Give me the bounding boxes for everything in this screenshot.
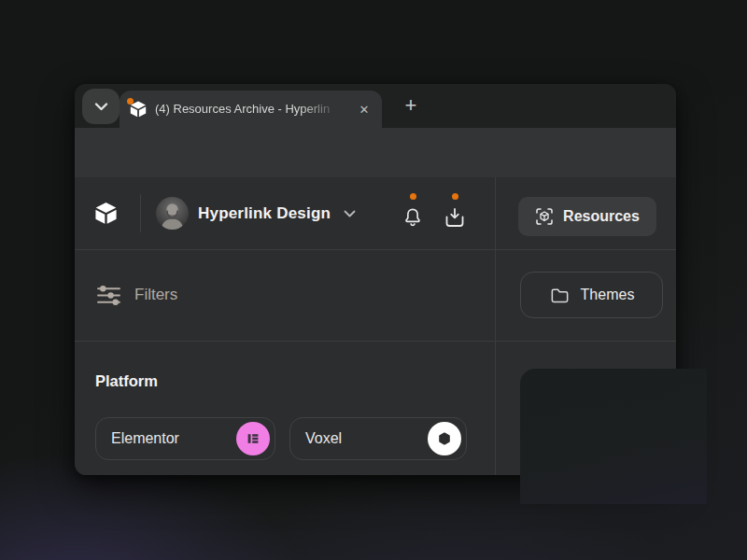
download-tray-icon xyxy=(444,206,466,230)
filters-toggle[interactable]: Filters xyxy=(95,249,177,341)
notifications-badge xyxy=(410,193,416,200)
browser-tab[interactable]: (4) Resources Archive - Hyperlin ✕ xyxy=(120,91,382,128)
voxel-logo-icon xyxy=(428,422,461,455)
chevron-down-icon xyxy=(94,103,108,111)
workspace-name: Hyperlink Design xyxy=(198,204,331,223)
filters-label: Filters xyxy=(134,286,177,304)
downloads-badge xyxy=(452,193,458,200)
tab-title: (4) Resources Archive - Hyperlin xyxy=(155,91,346,128)
chip-label: Voxel xyxy=(305,430,342,447)
background-notch xyxy=(520,369,707,504)
sliders-icon xyxy=(95,282,122,309)
platform-chip-voxel[interactable]: Voxel xyxy=(289,417,467,460)
downloads-button[interactable] xyxy=(441,203,469,231)
chevron-down-icon xyxy=(344,210,356,217)
platform-chip-elementor[interactable]: Elementor xyxy=(95,417,275,460)
site-logo-icon[interactable] xyxy=(93,201,119,226)
platform-heading: Platform xyxy=(95,367,158,395)
resources-button-label: Resources xyxy=(563,208,640,225)
notifications-button[interactable] xyxy=(399,203,427,231)
tab-strip: (4) Resources Archive - Hyperlin ✕ + xyxy=(75,84,676,128)
divider-vertical xyxy=(495,177,496,475)
tab-search-button[interactable] xyxy=(82,89,120,124)
tab-close-button[interactable]: ✕ xyxy=(354,99,374,119)
divider-logo xyxy=(140,194,141,232)
workspace-switcher[interactable]: Hyperlink Design xyxy=(198,177,356,249)
themes-button-label: Themes xyxy=(581,287,635,303)
folder-icon xyxy=(549,285,571,306)
bell-icon xyxy=(402,206,423,230)
divider-filters xyxy=(75,341,676,342)
new-tab-button[interactable]: + xyxy=(394,89,428,122)
cube-scan-icon xyxy=(535,207,554,226)
tab-favicon-icon xyxy=(129,100,148,119)
elementor-logo-icon xyxy=(236,422,270,455)
workspace-avatar[interactable] xyxy=(156,197,189,230)
themes-button[interactable]: Themes xyxy=(520,272,663,318)
resources-button[interactable]: Resources xyxy=(518,197,656,236)
chip-label: Elementor xyxy=(111,430,179,447)
browser-toolbar: ← → hyperlink.design/resources/ xyxy=(75,128,676,177)
favicon-notification-dot xyxy=(127,98,134,105)
